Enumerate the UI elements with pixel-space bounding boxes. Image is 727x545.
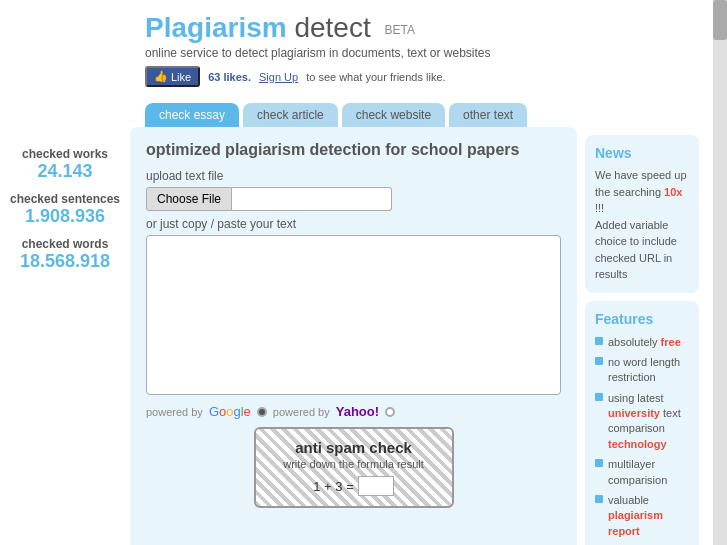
header: Plagiarism detect BETA online service to… (0, 0, 727, 95)
feature-free: absolutely free (595, 335, 689, 350)
file-input-row: Choose File (146, 187, 561, 211)
stat3-label: checked words (8, 237, 122, 251)
fb-like-label: Like (171, 71, 191, 83)
yahoo-logo: Yahoo! (336, 404, 379, 419)
fb-signup-suffix: to see what your friends like. (306, 71, 445, 83)
features-title: Features (595, 311, 689, 327)
tab-other-text[interactable]: other text (449, 103, 527, 127)
powered-bar: powered by Google powered by Yahoo! (146, 404, 561, 419)
feature-university: using latest university text comparison … (595, 391, 689, 453)
news-box: News We have speed up the searching 10x … (585, 135, 699, 293)
radio-google[interactable] (257, 407, 267, 417)
feature-plagiarism-report: valuable plagiarism report (595, 493, 689, 539)
stat1-value: 24.143 (8, 161, 122, 182)
tab-check-article[interactable]: check article (243, 103, 338, 127)
stat2-value: 1.908.936 (8, 206, 122, 227)
tabs: check essay check article check website … (0, 103, 727, 127)
page-title: Plagiarism detect BETA (145, 12, 707, 44)
powered-by-1-label: powered by (146, 406, 203, 418)
tagline: online service to detect plagiarism in d… (145, 46, 707, 60)
feature-dot (595, 495, 603, 503)
fb-count: 63 likes. (208, 71, 251, 83)
title-blue: Plagiarism (145, 12, 287, 43)
paste-label: or just copy / paste your text (146, 217, 561, 231)
antispam-title: anti spam check (270, 439, 438, 456)
features-box: Features absolutely free no word length … (585, 301, 699, 546)
powered-by-2-label: powered by (273, 406, 330, 418)
stat2-label: checked sentences (8, 192, 122, 206)
center-content: optimized plagiarism detection for schoo… (130, 127, 577, 545)
title-rest: detect (287, 12, 371, 43)
center-heading: optimized plagiarism detection for schoo… (146, 141, 561, 159)
file-path-input[interactable] (232, 187, 392, 211)
feature-multilayer: multilayer comparision (595, 457, 689, 488)
scrollbar-thumb[interactable] (713, 0, 727, 40)
stat3-value: 18.568.918 (8, 251, 122, 272)
feature-word-length: no word length restriction (595, 355, 689, 386)
radio-yahoo[interactable] (385, 407, 395, 417)
feature-dot (595, 459, 603, 467)
tab-check-website[interactable]: check website (342, 103, 445, 127)
antispam-box: anti spam check write down the formula r… (254, 427, 454, 508)
fb-bar: 👍 Like 63 likes. Sign Up to see what you… (145, 66, 707, 87)
news-title: News (595, 145, 689, 161)
main-layout: checked works 24.143 checked sentences 1… (0, 127, 727, 545)
right-sidebar: News We have speed up the searching 10x … (577, 127, 707, 545)
antispam-formula: 1 + 3 = (270, 476, 438, 496)
formula-text: 1 + 3 = (313, 479, 353, 494)
tab-check-essay[interactable]: check essay (145, 103, 239, 127)
beta-badge: BETA (384, 23, 414, 37)
left-sidebar: checked works 24.143 checked sentences 1… (0, 127, 130, 545)
fb-thumb-icon: 👍 (154, 70, 168, 83)
upload-label: upload text file (146, 169, 561, 183)
news-text: We have speed up the searching 10x !!! A… (595, 167, 689, 283)
stat1-label: checked works (8, 147, 122, 161)
fb-signup-link[interactable]: Sign Up (259, 71, 298, 83)
formula-input[interactable] (358, 476, 394, 496)
scrollbar[interactable] (713, 0, 727, 545)
google-logo: Google (209, 404, 251, 419)
paste-textarea[interactable] (146, 235, 561, 395)
choose-file-button[interactable]: Choose File (146, 187, 232, 211)
feature-dot (595, 337, 603, 345)
fb-like-button[interactable]: 👍 Like (145, 66, 200, 87)
feature-dot (595, 357, 603, 365)
feature-dot (595, 393, 603, 401)
antispam-subtitle: write down the formula result (270, 458, 438, 470)
